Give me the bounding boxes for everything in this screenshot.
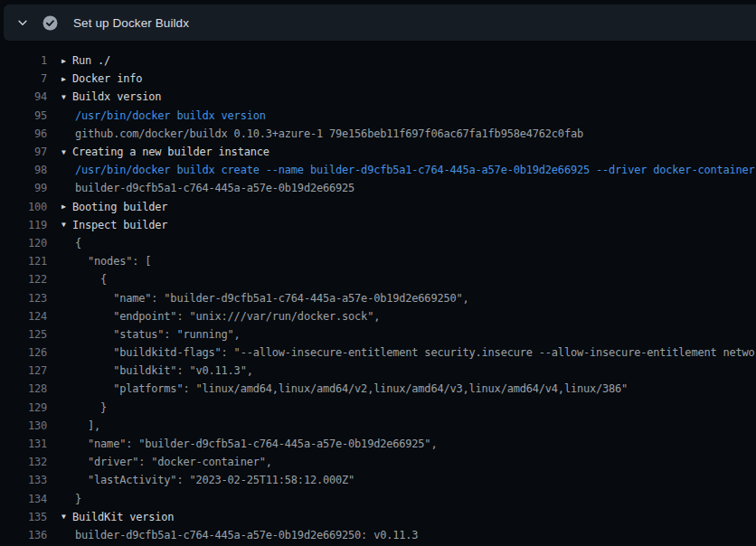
line-number[interactable]: 119: [0, 219, 47, 231]
output-text: {: [75, 273, 107, 286]
triangle-down-icon: ▼: [61, 92, 72, 100]
triangle-down-icon: ▼: [61, 513, 72, 521]
log-line: 132 "driver": "docker-container",: [0, 453, 756, 471]
command-text: /usr/bin/docker buildx create --name bui…: [75, 164, 755, 176]
log-group-header[interactable]: ▶Run ./: [61, 54, 110, 67]
chevron-down-icon[interactable]: [16, 16, 29, 29]
log-line: 99builder-d9cfb5a1-c764-445a-a57e-0b19d2…: [0, 179, 756, 197]
group-title: Booting builder: [72, 201, 167, 213]
log-line: 96github.com/docker/buildx 0.10.3+azure-…: [0, 125, 756, 143]
log-line[interactable]: 135▼BuildKit version: [0, 508, 756, 526]
group-title: BuildKit version: [72, 511, 174, 523]
line-number[interactable]: 135: [0, 511, 47, 523]
output-text: }: [75, 401, 107, 414]
output-text: "buildkit": "v0.11.3",: [75, 364, 253, 377]
log-line: 129 }: [0, 399, 756, 417]
group-title: Run ./: [72, 54, 110, 67]
triangle-right-icon: ▶: [61, 74, 72, 82]
log-group-header[interactable]: ▼Inspect builder: [61, 219, 167, 231]
log-line: 124 "endpoint": "unix:///var/run/docker.…: [0, 307, 756, 325]
log-group-header[interactable]: ▼BuildKit version: [61, 511, 174, 523]
output-text: "status": "running",: [75, 328, 241, 341]
line-number[interactable]: 1: [0, 54, 47, 67]
output-text: "platforms": "linux/amd64,linux/amd64/v2…: [75, 382, 628, 395]
triangle-right-icon: ▶: [61, 202, 72, 211]
group-title: Docker info: [72, 72, 142, 85]
log-line: 134}: [0, 490, 756, 508]
line-number[interactable]: 136: [0, 529, 47, 541]
group-title: Buildx version: [72, 90, 161, 103]
log-line[interactable]: 100▶Booting builder: [0, 198, 756, 216]
line-number[interactable]: 125: [0, 328, 47, 341]
log-line: 127 "buildkit": "v0.11.3",: [0, 362, 756, 380]
log-line[interactable]: 119▼Inspect builder: [0, 216, 756, 234]
line-number[interactable]: 134: [0, 493, 47, 505]
output-text: "endpoint": "unix:///var/run/docker.sock…: [75, 310, 380, 323]
triangle-right-icon: ▶: [61, 56, 72, 64]
output-text: "driver": "docker-container",: [75, 456, 272, 468]
line-number[interactable]: 127: [0, 364, 47, 377]
line-number[interactable]: 94: [0, 90, 47, 103]
log-line: 133 "lastActivity": "2023-02-25T11:58:12…: [0, 471, 756, 489]
line-number[interactable]: 122: [0, 273, 47, 286]
group-title: Creating a new builder instance: [72, 146, 269, 158]
log-line[interactable]: 7▶Docker info: [0, 70, 756, 88]
log-line: 128 "platforms": "linux/amd64,linux/amd6…: [0, 380, 756, 398]
output-text: "buildkitd-flags": "--allow-insecure-ent…: [75, 346, 756, 359]
step-title: Set up Docker Buildx: [73, 16, 189, 30]
log-line[interactable]: 1▶Run ./: [0, 52, 756, 70]
line-number[interactable]: 98: [0, 164, 47, 176]
log-line: 126 "buildkitd-flags": "--allow-insecure…: [0, 344, 756, 362]
step-header[interactable]: Set up Docker Buildx: [4, 5, 756, 41]
output-text: "nodes": [: [75, 255, 151, 268]
triangle-down-icon: ▼: [61, 221, 72, 229]
line-number[interactable]: 124: [0, 310, 47, 323]
log-line: 136builder-d9cfb5a1-c764-445a-a57e-0b19d…: [0, 526, 756, 544]
line-number[interactable]: 99: [0, 182, 47, 194]
log-group-header[interactable]: ▶Docker info: [61, 72, 142, 85]
output-text: builder-d9cfb5a1-c764-445a-a57e-0b19d2e6…: [75, 182, 354, 194]
line-number[interactable]: 100: [0, 201, 47, 213]
output-text: {: [75, 237, 81, 249]
line-number[interactable]: 97: [0, 146, 47, 158]
output-text: "name": "builder-d9cfb5a1-c764-445a-a57e…: [75, 438, 437, 450]
group-title: Inspect builder: [72, 219, 167, 231]
log-line: 98/usr/bin/docker buildx create --name b…: [0, 161, 756, 179]
command-text: /usr/bin/docker buildx version: [75, 109, 266, 122]
line-number[interactable]: 130: [0, 419, 47, 432]
output-text: "name": "builder-d9cfb5a1-c764-445a-a57e…: [75, 292, 469, 305]
log-line[interactable]: 94▼Buildx version: [0, 88, 756, 106]
output-text: "lastActivity": "2023-02-25T11:58:12.000…: [75, 474, 354, 486]
log-group-header[interactable]: ▶Booting builder: [61, 201, 167, 213]
line-number[interactable]: 96: [0, 127, 47, 140]
line-number[interactable]: 129: [0, 401, 47, 414]
output-text: github.com/docker/buildx 0.10.3+azure-1 …: [75, 127, 583, 140]
line-number[interactable]: 128: [0, 382, 47, 395]
output-text: }: [75, 493, 81, 505]
log-line: 125 "status": "running",: [0, 325, 756, 344]
log-line: 120{: [0, 234, 756, 252]
line-number[interactable]: 7: [0, 72, 47, 85]
check-circle-icon: [43, 15, 58, 31]
log-line: 95/usr/bin/docker buildx version: [0, 107, 756, 125]
line-number[interactable]: 95: [0, 109, 47, 122]
log-line: 123 "name": "builder-d9cfb5a1-c764-445a-…: [0, 288, 756, 306]
triangle-down-icon: ▼: [61, 147, 72, 155]
log-line: 121 "nodes": [: [0, 252, 756, 270]
log-line: 131 "name": "builder-d9cfb5a1-c764-445a-…: [0, 435, 756, 453]
line-number[interactable]: 133: [0, 474, 47, 486]
output-text: builder-d9cfb5a1-c764-445a-a57e-0b19d2e6…: [75, 529, 418, 541]
log-lines: 1▶Run ./7▶Docker info94▼Buildx version95…: [0, 42, 756, 546]
line-number[interactable]: 121: [0, 255, 47, 268]
line-number[interactable]: 126: [0, 346, 47, 359]
log-line: 122 {: [0, 270, 756, 288]
line-number[interactable]: 123: [0, 292, 47, 305]
log-line: 130 ],: [0, 417, 756, 435]
log-line[interactable]: 97▼Creating a new builder instance: [0, 143, 756, 161]
line-number[interactable]: 132: [0, 456, 47, 468]
log-group-header[interactable]: ▼Creating a new builder instance: [61, 146, 269, 158]
log-group-header[interactable]: ▼Buildx version: [61, 90, 161, 103]
line-number[interactable]: 131: [0, 438, 47, 450]
output-text: ],: [75, 419, 100, 432]
line-number[interactable]: 120: [0, 237, 47, 249]
